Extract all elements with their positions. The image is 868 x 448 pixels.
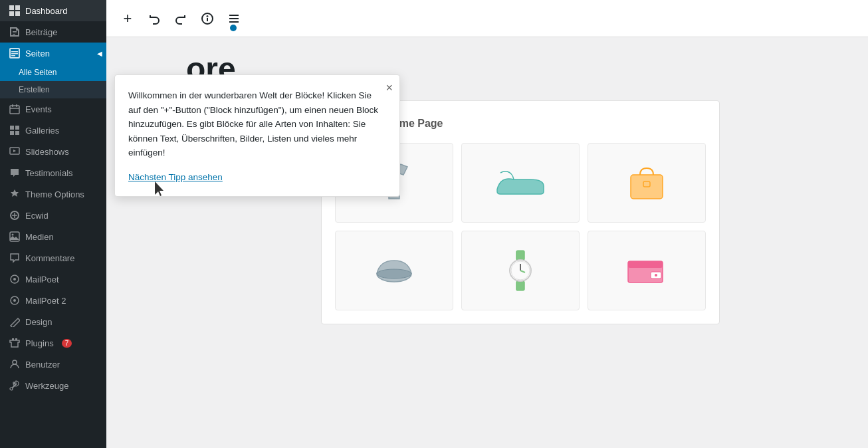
tooltip-next-tip-link[interactable]: Nächsten Tipp ansehen — [128, 172, 223, 182]
galleries-icon — [9, 125, 20, 136]
slideshows-label: Slideshows — [25, 147, 69, 157]
werkzeuge-icon — [9, 380, 20, 391]
events-icon — [9, 104, 20, 114]
svg-rect-45 — [516, 251, 524, 260]
mailpoet2-label: MailPoet 2 — [25, 296, 66, 306]
svg-point-34 — [207, 16, 208, 17]
theme-options-label: Theme Options — [25, 189, 84, 199]
editor-area: ore Store Home Page — [106, 37, 868, 448]
product-card-shoe — [461, 143, 580, 223]
sidebar-item-slideshows[interactable]: Slideshows — [0, 141, 106, 162]
theme-options-icon — [9, 189, 20, 199]
sidebar-item-dashboard[interactable]: Dashboard — [0, 0, 106, 21]
svg-point-26 — [13, 299, 16, 302]
sidebar-item-medien[interactable]: Medien — [0, 226, 106, 247]
beitraege-label: Beiträge — [25, 27, 57, 37]
events-label: Events — [25, 104, 52, 114]
mailpoet-label: MailPoet — [25, 275, 59, 284]
toolbar-dot — [230, 25, 237, 31]
plugins-icon — [9, 338, 20, 348]
shoe-icon — [494, 166, 547, 199]
svg-rect-2 — [9, 11, 14, 16]
erstellen-label: Erstellen — [19, 85, 50, 94]
svg-rect-9 — [12, 104, 13, 107]
galleries-label: Galleries — [25, 126, 59, 136]
bag-icon — [625, 162, 668, 204]
wallet-icon — [625, 253, 668, 288]
watch-icon — [504, 249, 537, 292]
sidebar-item-mailpoet[interactable]: MailPoet — [0, 269, 106, 290]
design-label: Design — [25, 317, 52, 327]
svg-rect-12 — [10, 126, 14, 130]
slideshows-icon — [9, 146, 20, 157]
svg-rect-0 — [9, 5, 14, 10]
sidebar-item-events[interactable]: Events — [0, 98, 106, 120]
testimonials-label: Testimonials — [25, 168, 73, 178]
sidebar-item-erstellen[interactable]: Erstellen — [0, 81, 106, 98]
sidebar-item-mailpoet2[interactable]: MailPoet 2 — [0, 290, 106, 311]
testimonials-icon — [9, 168, 20, 178]
kommentare-icon — [9, 253, 20, 263]
plugins-label: Plugins — [25, 338, 54, 348]
svg-rect-46 — [516, 281, 524, 290]
tooltip-close-button[interactable]: × — [385, 82, 393, 94]
sidebar-item-werkzeuge[interactable]: Werkzeuge — [0, 375, 106, 396]
svg-rect-14 — [10, 131, 14, 135]
undo-button[interactable] — [144, 8, 165, 29]
sidebar-item-theme-options[interactable]: Theme Options — [0, 183, 106, 205]
medien-label: Medien — [25, 232, 54, 242]
main: + ore — [106, 0, 868, 448]
mailpoet-icon — [9, 274, 20, 284]
sidebar-item-seiten[interactable]: Seiten ◀ — [0, 43, 106, 64]
svg-rect-13 — [15, 126, 19, 130]
info-button[interactable] — [197, 8, 218, 29]
seiten-arrow: ◀ — [97, 50, 102, 57]
sidebar-item-ecwid[interactable]: Ecwid — [0, 205, 106, 226]
benutzer-icon — [9, 359, 20, 370]
sidebar-item-galleries[interactable]: Galleries — [0, 120, 106, 141]
kommentare-label: Kommentare — [25, 253, 74, 263]
svg-point-44 — [377, 269, 411, 279]
svg-rect-7 — [11, 55, 15, 56]
alle-seiten-label: Alle Seiten — [19, 68, 56, 77]
sidebar-item-beitraege[interactable]: Beiträge — [0, 21, 106, 43]
svg-marker-17 — [13, 150, 16, 152]
product-card-watch — [461, 231, 580, 310]
tooltip-text: Willkommen in der wunderbaren Welt der B… — [128, 88, 386, 160]
svg-rect-3 — [15, 11, 20, 16]
sidebar-item-kommentare[interactable]: Kommentare — [0, 247, 106, 269]
sidebar-item-testimonials[interactable]: Testimonials — [0, 162, 106, 183]
svg-point-29 — [13, 360, 17, 364]
werkzeuge-label: Werkzeuge — [25, 381, 69, 391]
sidebar-item-benutzer[interactable]: Benutzer — [0, 354, 106, 375]
medien-icon — [9, 231, 20, 242]
ecwid-icon — [9, 210, 20, 221]
sidebar-item-design[interactable]: Design — [0, 311, 106, 332]
benutzer-label: Benutzer — [25, 360, 60, 370]
dashboard-icon — [9, 5, 20, 16]
svg-rect-8 — [10, 106, 19, 114]
design-icon — [9, 316, 20, 327]
mailpoet2-icon — [9, 295, 20, 306]
svg-point-54 — [655, 274, 657, 277]
add-block-button[interactable]: + — [117, 8, 138, 29]
plugins-badge: 7 — [62, 339, 72, 348]
svg-rect-5 — [11, 51, 18, 53]
seiten-label: Seiten — [25, 49, 50, 58]
sidebar-item-alle-seiten[interactable]: Alle Seiten — [0, 64, 106, 81]
sidebar-item-plugins[interactable]: Plugins 7 — [0, 332, 106, 354]
beitraege-icon — [9, 27, 20, 37]
sidebar: Dashboard Beiträge Seiten ◀ Alle Seiten … — [0, 0, 106, 448]
svg-point-22 — [12, 234, 14, 236]
ecwid-label: Ecwid — [25, 211, 49, 221]
seiten-icon — [9, 48, 20, 58]
product-card-cap — [335, 231, 453, 310]
redo-button[interactable] — [170, 8, 191, 29]
seiten-submenu: Alle Seiten Erstellen — [0, 64, 106, 98]
toolbar: + — [106, 0, 868, 37]
product-card-wallet — [588, 231, 706, 310]
product-card-bag — [588, 143, 706, 223]
cap-icon — [373, 254, 415, 287]
svg-rect-1 — [15, 5, 20, 10]
dashboard-label: Dashboard — [25, 6, 68, 16]
